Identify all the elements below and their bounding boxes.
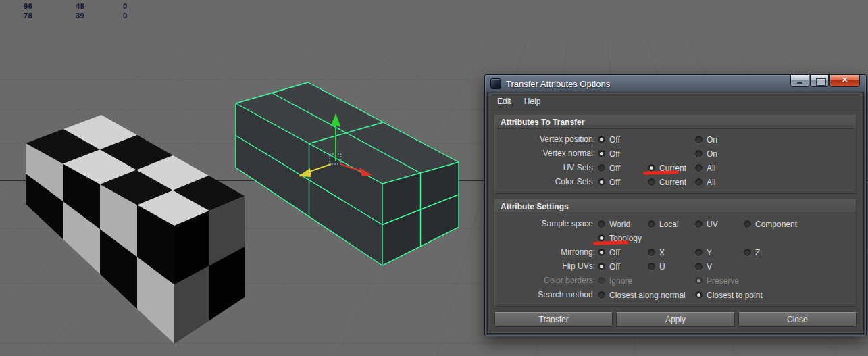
transfer-button[interactable]: Transfer xyxy=(494,312,613,327)
radio-label: Off xyxy=(609,163,620,173)
radio-label: World xyxy=(609,220,630,229)
radio-current[interactable]: Current xyxy=(648,175,686,189)
radio-u[interactable]: U xyxy=(648,259,665,274)
radio-label: Closest to point xyxy=(707,290,763,300)
radio-icon xyxy=(598,263,605,270)
hud-count: 0 xyxy=(123,2,128,10)
annotation-underline xyxy=(643,170,679,174)
radio-label: Y xyxy=(707,248,712,257)
radio-label: V xyxy=(707,262,712,272)
radio-ignore: Ignore xyxy=(598,274,632,288)
option-row: Color Sets:OffCurrentAll xyxy=(495,175,856,189)
radio-icon xyxy=(695,249,703,256)
section-header[interactable]: Attributes To Transfer xyxy=(495,116,856,129)
radio-icon xyxy=(598,178,605,186)
radio-icon xyxy=(598,277,605,284)
radio-topology[interactable]: Topology xyxy=(598,231,642,245)
radio-current[interactable]: Current xyxy=(648,161,686,175)
radio-off[interactable]: Off xyxy=(598,132,620,147)
app-icon xyxy=(490,78,501,89)
radio-off[interactable]: Off xyxy=(598,245,620,259)
radio-label: Off xyxy=(609,178,620,187)
option-row: Topology xyxy=(495,231,856,245)
titlebar[interactable]: Transfer Attributes Options xyxy=(487,75,864,93)
radio-off[interactable]: Off xyxy=(598,147,620,161)
option-row: Search method:Closest along normalCloses… xyxy=(495,288,856,302)
apply-button[interactable]: Apply xyxy=(616,312,734,327)
radio-label: Off xyxy=(609,149,620,159)
radio-off[interactable]: Off xyxy=(598,259,620,274)
radio-label: Z xyxy=(755,248,760,257)
menubar: EditHelp xyxy=(488,93,863,110)
menu-help[interactable]: Help xyxy=(522,95,543,107)
maya-viewport[interactable]: 9648078390 Transfer Attributes Options E… xyxy=(0,0,868,356)
radio-icon xyxy=(598,136,605,143)
radio-all[interactable]: All xyxy=(695,175,715,189)
window-controls xyxy=(790,75,860,87)
close-window-button[interactable] xyxy=(829,75,860,87)
radio-closest-to-point[interactable]: Closest to point xyxy=(695,288,763,302)
radio-icon xyxy=(695,291,703,299)
maximize-button[interactable] xyxy=(810,75,829,87)
radio-icon xyxy=(598,150,605,157)
annotation-underline xyxy=(593,240,629,245)
radio-label: Current xyxy=(659,178,686,187)
row-label: Mirroring: xyxy=(495,245,595,259)
radio-v[interactable]: V xyxy=(695,259,712,274)
radio-local[interactable]: Local xyxy=(648,217,679,231)
radio-label: On xyxy=(707,149,717,159)
row-label: UV Sets: xyxy=(495,161,595,175)
option-row: Mirroring:OffXYZ xyxy=(495,245,856,259)
option-row: Flip UVs:OffUV xyxy=(495,259,856,274)
radio-on[interactable]: On xyxy=(695,147,717,161)
section-header[interactable]: Attribute Settings xyxy=(495,200,856,213)
footer-buttons: TransferApplyClose xyxy=(494,312,857,327)
option-row: Color borders:IgnorePreserve xyxy=(495,274,856,288)
radio-icon xyxy=(598,291,605,299)
radio-icon xyxy=(695,136,703,143)
radio-component[interactable]: Component xyxy=(744,217,797,231)
radio-closest-along-normal[interactable]: Closest along normal xyxy=(598,288,686,302)
radio-label: Closest along normal xyxy=(609,290,686,300)
checker-textured-box[interactable] xyxy=(26,115,245,344)
radio-label: Local xyxy=(659,220,679,229)
radio-on[interactable]: On xyxy=(695,132,717,147)
radio-icon xyxy=(744,249,751,256)
radio-icon xyxy=(598,249,605,256)
radio-x[interactable]: X xyxy=(648,245,665,259)
radio-icon xyxy=(648,220,655,228)
section-frame: Attribute SettingsSample space:WorldLoca… xyxy=(494,199,857,307)
option-row: Sample space:WorldLocalUVComponent xyxy=(495,217,856,231)
radio-off[interactable]: Off xyxy=(598,161,620,175)
radio-label: Off xyxy=(609,248,620,257)
radio-all[interactable]: All xyxy=(695,161,715,175)
radio-icon xyxy=(598,164,605,172)
row-label: Vertex position: xyxy=(495,132,595,147)
radio-off[interactable]: Off xyxy=(598,175,620,189)
radio-label: All xyxy=(707,163,715,173)
radio-label: All xyxy=(707,178,715,187)
row-label: Flip UVs: xyxy=(495,259,595,274)
radio-label: UV xyxy=(707,220,718,229)
radio-icon xyxy=(695,178,703,186)
option-row: Vertex position:OffOn xyxy=(495,132,856,147)
radio-icon xyxy=(695,164,703,172)
radio-y[interactable]: Y xyxy=(695,245,712,259)
row-label: Sample space: xyxy=(495,217,595,231)
close-button[interactable]: Close xyxy=(738,312,857,327)
hud-count: 39 xyxy=(76,11,84,20)
selected-wireframe-box[interactable] xyxy=(236,82,459,265)
radio-label: On xyxy=(707,135,717,145)
hud-count: 0 xyxy=(123,11,128,20)
section-frame: Attributes To TransferVertex position:Of… xyxy=(494,115,857,194)
radio-icon xyxy=(695,277,703,284)
radio-z[interactable]: Z xyxy=(744,245,760,259)
option-row: Vertex normal:OffOn xyxy=(495,147,856,161)
hud-count: 48 xyxy=(76,2,84,10)
radio-label: Off xyxy=(609,262,620,272)
radio-world[interactable]: World xyxy=(598,217,630,231)
menu-edit[interactable]: Edit xyxy=(495,95,513,107)
radio-uv[interactable]: UV xyxy=(695,217,718,231)
minimize-button[interactable] xyxy=(790,75,809,87)
radio-label: U xyxy=(659,262,665,272)
